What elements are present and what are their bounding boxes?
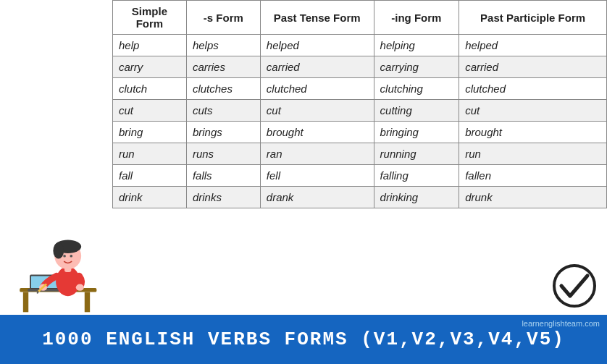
table-cell: bringing — [374, 122, 459, 143]
table-cell: running — [374, 143, 459, 165]
table-section: Simple Form -s Form Past Tense Form -ing… — [112, 0, 607, 315]
footer-title: 1000 ENGLISH VERBS FORMS (V1,V2,V3,V4,V5… — [42, 329, 565, 350]
table-cell: falling — [374, 165, 459, 187]
table-cell: fallen — [459, 165, 607, 187]
table-cell: helping — [374, 35, 459, 56]
table-cell: carried — [260, 56, 374, 78]
table-cell: cut — [260, 100, 374, 122]
table-cell: carry — [113, 56, 187, 78]
top-section: Simple Form -s Form Past Tense Form -ing… — [0, 0, 607, 315]
table-row: bringbringsbroughtbringingbrought — [113, 122, 607, 143]
table-cell: brings — [186, 122, 260, 143]
website-label: learnenglishteam.com — [522, 319, 600, 328]
illustration — [0, 0, 112, 315]
table-cell: drink — [113, 187, 187, 208]
table-cell: brought — [260, 122, 374, 143]
table-row: drinkdrinksdrankdrinkingdrunk — [113, 187, 607, 208]
table-cell: cut — [113, 100, 187, 122]
table-cell: drank — [260, 187, 374, 208]
svg-point-12 — [70, 255, 72, 258]
table-cell: help — [113, 35, 187, 56]
person-illustration — [9, 228, 104, 315]
table-row: fallfallsfellfallingfallen — [113, 165, 607, 187]
table-cell: carries — [186, 56, 260, 78]
table-cell: clutch — [113, 78, 187, 100]
header-past-tense: Past Tense Form — [260, 1, 374, 35]
svg-point-14 — [75, 284, 83, 291]
svg-point-10 — [53, 242, 64, 258]
table-cell: helps — [186, 35, 260, 56]
svg-point-11 — [63, 255, 66, 258]
table-cell: brought — [459, 122, 607, 143]
table-cell: clutches — [186, 78, 260, 100]
svg-rect-1 — [22, 292, 28, 313]
main-container: Simple Form -s Form Past Tense Form -ing… — [0, 0, 607, 364]
table-row: runrunsranrunningrun — [113, 143, 607, 165]
table-cell: clutched — [459, 78, 607, 100]
table-cell: runs — [186, 143, 260, 165]
header-past-participle: Past Participle Form — [459, 1, 607, 35]
header-simple-form: Simple Form — [113, 1, 187, 35]
table-cell: helped — [260, 35, 374, 56]
table-cell: carrying — [374, 56, 459, 78]
table-header-row: Simple Form -s Form Past Tense Form -ing… — [113, 1, 607, 35]
table-cell: helped — [459, 35, 607, 56]
table-cell: cut — [459, 100, 607, 122]
table-cell: ran — [260, 143, 374, 165]
table-cell: cutting — [374, 100, 459, 122]
table-cell: clutching — [374, 78, 459, 100]
table-cell: cuts — [186, 100, 260, 122]
table-row: cutcutscutcuttingcut — [113, 100, 607, 122]
table-cell: falls — [186, 165, 260, 187]
table-cell: fall — [113, 165, 187, 187]
header-ing-form: -ing Form — [374, 1, 459, 35]
table-cell: drinks — [186, 187, 260, 208]
table-cell: run — [459, 143, 607, 165]
table-cell: run — [113, 143, 187, 165]
table-cell: clutched — [260, 78, 374, 100]
table-cell: drinking — [374, 187, 459, 208]
header-s-form: -s Form — [186, 1, 260, 35]
table-row: carrycarriescarriedcarryingcarried — [113, 56, 607, 78]
checkmark-icon — [551, 264, 598, 308]
svg-rect-2 — [84, 292, 89, 313]
footer: learnenglishteam.com 1000 ENGLISH VERBS … — [0, 315, 607, 364]
table-cell: drunk — [459, 187, 607, 208]
table-cell: carried — [459, 56, 607, 78]
verbs-table: Simple Form -s Form Past Tense Form -ing… — [112, 0, 607, 208]
table-cell: bring — [113, 122, 187, 143]
table-row: clutchclutchesclutchedclutchingclutched — [113, 78, 607, 100]
table-cell: fell — [260, 165, 374, 187]
table-row: helphelpshelpedhelpinghelped — [113, 35, 607, 56]
